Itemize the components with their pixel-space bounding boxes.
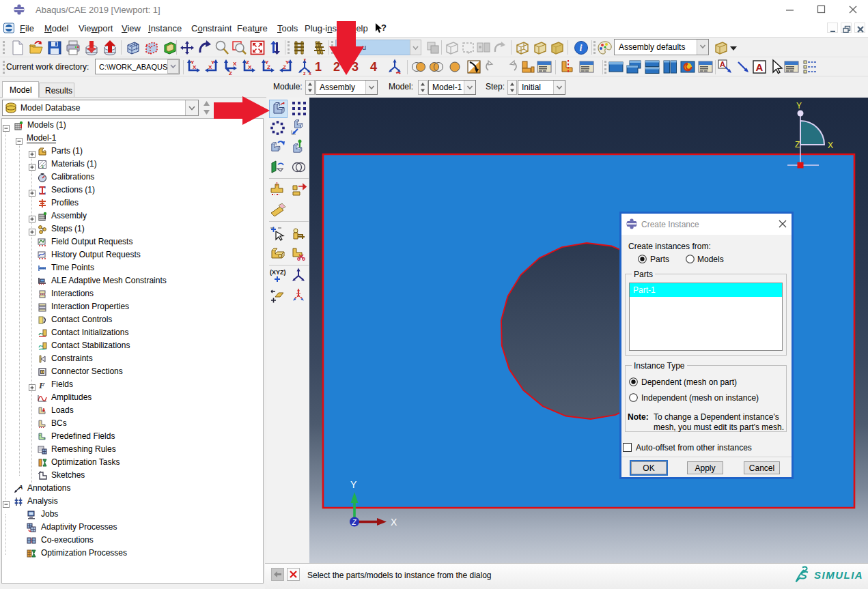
svg-text:Y: Y xyxy=(285,59,290,66)
svg-text:Y: Y xyxy=(350,479,357,490)
svg-text:F: F xyxy=(38,380,45,390)
svg-text:Z: Z xyxy=(229,70,232,75)
svg-text:Z: Z xyxy=(267,64,270,70)
svg-text:X: X xyxy=(208,64,212,70)
svg-text:z: z xyxy=(303,71,306,75)
svg-text:x: x xyxy=(309,71,311,75)
svg-text:X: X xyxy=(193,64,197,70)
svg-text:X: X xyxy=(391,517,397,528)
svg-text:(XYZ): (XYZ) xyxy=(270,269,286,276)
svg-text:A: A xyxy=(720,60,725,68)
svg-text:Y: Y xyxy=(796,101,802,111)
svg-text:i: i xyxy=(580,43,583,53)
svg-text:X: X xyxy=(248,64,252,70)
svg-text:Y: Y xyxy=(303,59,307,62)
svg-text:A: A xyxy=(18,484,23,491)
svg-text:X: X xyxy=(233,61,237,67)
svg-text:Z: Z xyxy=(795,140,800,149)
svg-text:X: X xyxy=(828,141,833,150)
svg-text:Z: Z xyxy=(352,519,357,526)
svg-text:ε: ε xyxy=(42,164,44,169)
svg-text:Z: Z xyxy=(283,64,286,70)
svg-text:A: A xyxy=(756,61,764,73)
